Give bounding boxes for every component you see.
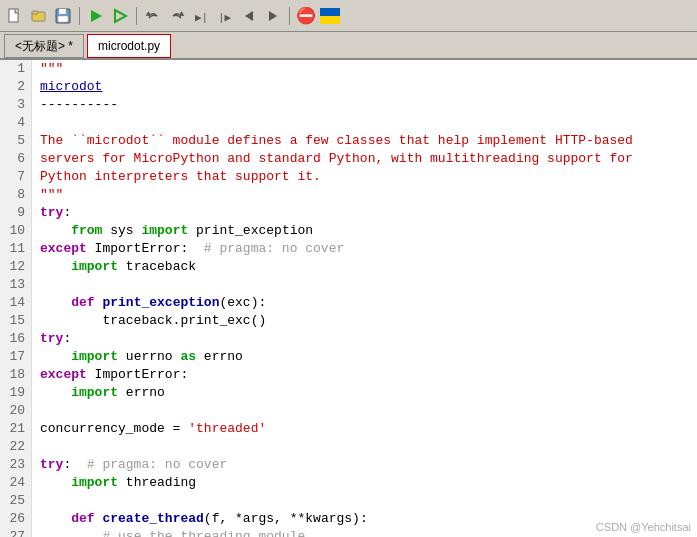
editor[interactable]: 1234567891011121314151617181920212223242… [0, 60, 697, 537]
save-button[interactable] [52, 5, 74, 27]
svg-rect-4 [59, 9, 66, 14]
code-line-2: microdot [40, 78, 689, 96]
svg-text:▶|: ▶| [195, 12, 208, 24]
code-line-18: except ImportError: [40, 366, 689, 384]
separator-2 [136, 7, 137, 25]
code-line-6: servers for MicroPython and standard Pyt… [40, 150, 689, 168]
code-line-14: def print_exception(exc): [40, 294, 689, 312]
step-button[interactable]: ▶| [190, 5, 212, 27]
svg-marker-10 [245, 11, 253, 21]
code-line-22 [40, 438, 689, 456]
code-line-5: The ``microdot`` module defines a few cl… [40, 132, 689, 150]
code-line-7: Python interpreters that support it. [40, 168, 689, 186]
code-line-9: try: [40, 204, 689, 222]
line-numbers: 1234567891011121314151617181920212223242… [0, 60, 32, 537]
code-line-11: except ImportError: # pragma: no cover [40, 240, 689, 258]
code-line-17: import uerrno as errno [40, 348, 689, 366]
code-line-3: ---------- [40, 96, 689, 114]
code-line-23: try: # pragma: no cover [40, 456, 689, 474]
separator-1 [79, 7, 80, 25]
code-line-19: import errno [40, 384, 689, 402]
code-line-25 [40, 492, 689, 510]
separator-3 [289, 7, 290, 25]
code-line-24: import threading [40, 474, 689, 492]
prev-button[interactable] [238, 5, 260, 27]
code-line-8: """ [40, 186, 689, 204]
stop-icon: ⛔ [296, 6, 316, 26]
svg-rect-5 [58, 16, 68, 22]
code-line-12: import traceback [40, 258, 689, 276]
code-content[interactable]: """microdot---------- The ``microdot`` m… [32, 60, 697, 537]
toolbar: ▶| |▶ ⛔ [0, 0, 697, 32]
code-line-13 [40, 276, 689, 294]
svg-text:|▶: |▶ [218, 12, 232, 24]
flag-button[interactable] [319, 5, 341, 27]
tab-bar: <无标题> * microdot.py [0, 32, 697, 60]
tab-untitled-label: <无标题> * [15, 38, 73, 55]
new-button[interactable] [4, 5, 26, 27]
next-button[interactable] [262, 5, 284, 27]
open-button[interactable] [28, 5, 50, 27]
code-line-10: from sys import print_exception [40, 222, 689, 240]
code-line-16: try: [40, 330, 689, 348]
code-line-15: traceback.print_exc() [40, 312, 689, 330]
svg-marker-6 [91, 10, 102, 22]
redo-button[interactable] [166, 5, 188, 27]
svg-marker-11 [269, 11, 277, 21]
code-line-1: """ [40, 60, 689, 78]
code-area: 1234567891011121314151617181920212223242… [0, 60, 697, 537]
tab-microdot-label: microdot.py [98, 39, 160, 53]
ukraine-flag-icon [320, 8, 340, 24]
run-button[interactable] [85, 5, 107, 27]
svg-rect-2 [32, 11, 38, 14]
watermark: CSDN @Yehchitsai [596, 521, 691, 533]
step-out-button[interactable]: |▶ [214, 5, 236, 27]
tab-microdot[interactable]: microdot.py [87, 34, 171, 58]
code-line-21: concurrency_mode = 'threaded' [40, 420, 689, 438]
code-line-27: # use the threading module [40, 528, 689, 537]
svg-marker-7 [115, 10, 126, 22]
check-button[interactable] [109, 5, 131, 27]
code-line-26: def create_thread(f, *args, **kwargs): [40, 510, 689, 528]
tab-untitled[interactable]: <无标题> * [4, 34, 84, 58]
undo-button[interactable] [142, 5, 164, 27]
stop-button[interactable]: ⛔ [295, 5, 317, 27]
code-line-4 [40, 114, 689, 132]
code-line-20 [40, 402, 689, 420]
